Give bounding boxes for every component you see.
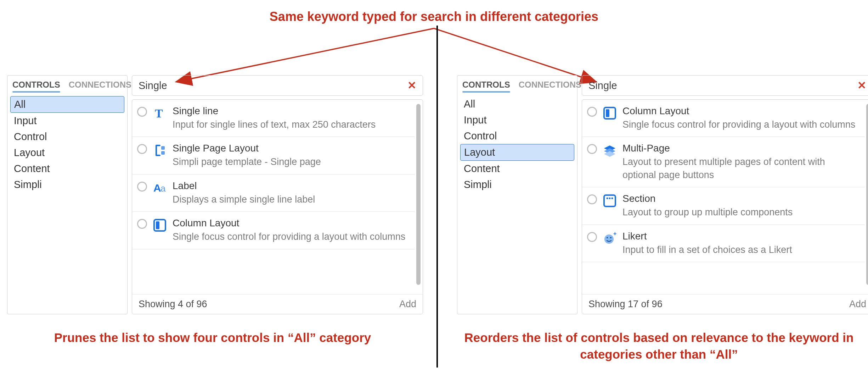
result-radio[interactable] — [137, 107, 147, 117]
result-text: Column LayoutSingle focus control for pr… — [622, 105, 860, 131]
result-description: Single focus control for providing a lay… — [622, 118, 860, 131]
result-title: Likert — [622, 231, 860, 242]
result-count: Showing 17 of 96 — [588, 299, 663, 310]
result-description: Layout to group up multiple components — [622, 206, 860, 219]
result-title: Multi-Page — [622, 143, 860, 154]
results-panel: Single ✕ Single lineInput for single lin… — [132, 75, 423, 314]
result-footer: Showing 4 of 96 Add — [132, 294, 423, 314]
search-input[interactable]: Single — [588, 80, 857, 92]
search-box[interactable]: Single ✕ — [582, 75, 868, 96]
results-panel: Single ✕ Column LayoutSingle focus contr… — [582, 75, 868, 314]
result-title: Column Layout — [622, 105, 860, 117]
tab-strip: CONTROLS CONNECTIONS — [462, 80, 572, 92]
tab-strip: CONTROLS CONNECTIONS — [12, 80, 122, 92]
category-item-content[interactable]: Content — [10, 161, 124, 177]
page-layout-icon — [152, 143, 168, 158]
result-list: Single lineInput for single lines of tex… — [132, 99, 423, 314]
label-icon — [152, 180, 168, 196]
result-description: Layout to present multiple pages of cont… — [622, 155, 860, 181]
result-row[interactable]: LabelDisplays a simple single line label — [132, 175, 415, 212]
result-description: Input for single lines of text, max 250 … — [173, 118, 410, 131]
result-radio[interactable] — [587, 232, 597, 242]
result-footer: Showing 17 of 96 Add — [582, 294, 868, 314]
multipage-icon — [602, 143, 618, 158]
tab-controls[interactable]: CONTROLS — [462, 80, 510, 92]
result-description: Single focus control for providing a lay… — [173, 230, 410, 243]
annotation-title: Same keyword typed for search in differe… — [0, 9, 868, 24]
category-item-input[interactable]: Input — [460, 112, 574, 128]
result-count: Showing 4 of 96 — [139, 299, 207, 310]
result-radio[interactable] — [587, 194, 597, 204]
category-sidebar: CONTROLS CONNECTIONS AllInputControlLayo… — [457, 75, 577, 314]
result-row[interactable]: Column LayoutSingle focus control for pr… — [582, 100, 865, 137]
result-title: Single line — [173, 105, 410, 117]
result-row[interactable]: SectionLayout to group up multiple compo… — [582, 187, 865, 225]
result-radio[interactable] — [587, 144, 597, 154]
category-item-all[interactable]: All — [10, 96, 124, 113]
category-item-control[interactable]: Control — [460, 128, 574, 144]
likert-icon — [602, 231, 618, 246]
tab-connections[interactable]: CONNECTIONS — [69, 80, 131, 92]
result-title: Single Page Layout — [173, 143, 410, 154]
result-title: Column Layout — [173, 217, 410, 229]
column-layout-icon — [152, 217, 168, 233]
clear-search-icon[interactable]: ✕ — [407, 80, 416, 91]
result-radio[interactable] — [137, 182, 147, 192]
result-text: LabelDisplays a simple single line label — [173, 180, 410, 206]
category-sidebar: CONTROLS CONNECTIONS AllInputControlLayo… — [7, 75, 128, 314]
tab-connections[interactable]: CONNECTIONS — [519, 80, 581, 92]
vertical-divider — [436, 26, 438, 368]
scrollbar-thumb[interactable] — [416, 104, 421, 285]
result-row[interactable]: LikertInput to fill in a set of choices … — [582, 225, 865, 262]
result-radio[interactable] — [137, 219, 147, 229]
add-button[interactable]: Add — [399, 299, 416, 310]
result-title: Label — [173, 180, 410, 192]
result-description: Displays a simple single line label — [173, 193, 410, 206]
panel-all-category: CONTROLS CONNECTIONS AllInputControlLayo… — [7, 75, 423, 314]
result-row[interactable]: Column LayoutSingle focus control for pr… — [132, 212, 415, 249]
svg-line-1 — [434, 28, 595, 82]
result-text: SectionLayout to group up multiple compo… — [622, 193, 860, 219]
result-text: Multi-PageLayout to present multiple pag… — [622, 143, 860, 181]
category-item-simpli[interactable]: Simpli — [10, 177, 124, 193]
result-radio[interactable] — [587, 107, 597, 117]
result-list: Column LayoutSingle focus control for pr… — [582, 99, 868, 314]
clear-search-icon[interactable]: ✕ — [857, 80, 866, 91]
result-row[interactable]: Single Page LayoutSimpli page template -… — [132, 137, 415, 174]
category-item-layout[interactable]: Layout — [460, 144, 574, 161]
annotation-caption-left: Prunes the list to show four controls in… — [7, 329, 418, 346]
annotation-caption-right: Reorders the list of controls based on r… — [457, 329, 861, 363]
result-title: Section — [622, 193, 860, 204]
text-icon — [152, 105, 168, 121]
result-description: Input to fill in a set of choices as a L… — [622, 243, 860, 256]
result-row[interactable]: Single lineInput for single lines of tex… — [132, 100, 415, 137]
category-item-input[interactable]: Input — [10, 113, 124, 129]
result-text: Column LayoutSingle focus control for pr… — [173, 217, 410, 243]
category-item-control[interactable]: Control — [10, 129, 124, 145]
section-icon — [602, 193, 618, 209]
category-item-all[interactable]: All — [460, 96, 574, 112]
category-item-layout[interactable]: Layout — [10, 145, 124, 161]
panel-layout-category: CONTROLS CONNECTIONS AllInputControlLayo… — [457, 75, 868, 314]
result-text: LikertInput to fill in a set of choices … — [622, 231, 860, 256]
category-item-content[interactable]: Content — [460, 161, 574, 177]
search-input[interactable]: Single — [139, 80, 407, 92]
result-text: Single Page LayoutSimpli page template -… — [173, 143, 410, 168]
svg-line-0 — [177, 28, 434, 82]
result-text: Single lineInput for single lines of tex… — [173, 105, 410, 131]
search-box[interactable]: Single ✕ — [132, 75, 423, 96]
add-button[interactable]: Add — [849, 299, 866, 310]
result-radio[interactable] — [137, 144, 147, 154]
scrollbar-thumb[interactable] — [866, 104, 868, 285]
category-item-simpli[interactable]: Simpli — [460, 177, 574, 193]
result-row[interactable]: Multi-PageLayout to present multiple pag… — [582, 137, 865, 187]
tab-controls[interactable]: CONTROLS — [12, 80, 60, 92]
figure-canvas: Same keyword typed for search in differe… — [0, 0, 868, 381]
result-description: Simpli page template - Single page — [173, 155, 410, 168]
column-layout-icon — [602, 105, 618, 121]
